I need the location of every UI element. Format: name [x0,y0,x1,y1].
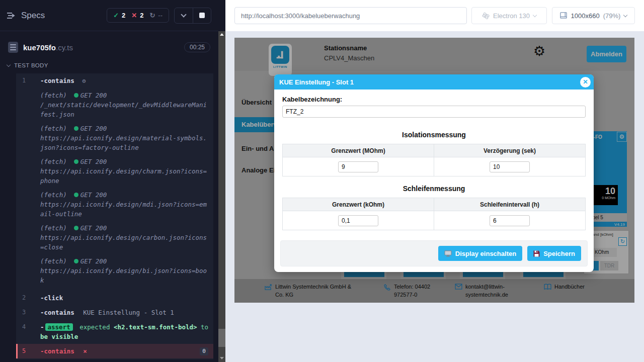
spec-duration-badge: 00:25 [184,42,210,52]
isolation-section-title: Isolationsmessung [282,131,586,139]
app-under-test: Stationsname CPLV4_Maschen ⚙ Abmelden LI… [234,38,634,303]
fetch-log[interactable]: (fetch)GET 200 https://api.iconify.desig… [40,190,208,219]
fetch-log[interactable]: (fetch)GET 200 https://api.iconify.desig… [40,223,208,252]
grenzwert-kohm-input[interactable] [338,215,378,226]
specs-title: Specs [21,11,45,21]
spec-file-icon [8,42,18,53]
assert-selector: <h2.text-sm.font-bold> [114,323,197,331]
reporter-scrollbar[interactable] [218,31,225,362]
fetch-prefix: (fetch) [40,92,67,99]
test-body-label: TEST BODY [14,62,48,68]
fetch-url: https://api.iconify.design/material-symb… [40,134,207,151]
spec-file-name: kue705fo [23,43,56,52]
spec-file-row[interactable]: kue705fo .cy.ts 00:25 [0,37,218,57]
gear-icon: ⚙ [82,77,86,84]
modal-header: KUE Einstellung - Slot 1 ✕ [274,74,594,89]
kue-settings-modal: KUE Einstellung - Slot 1 ✕ Kabelbezeichn… [274,74,594,272]
fetch-prefix: (fetch) [40,158,67,165]
stat-passed: ✓ 2 [113,12,125,19]
status-ok-dot [74,126,78,131]
viewport-zoom: (79%) [603,12,621,20]
assert-badge: assert [45,323,73,331]
electron-icon [482,12,490,20]
stat-pending: ↻ -- [149,12,163,19]
specs-menu-icon[interactable] [7,12,16,19]
fetch-prefix: (fetch) [40,257,67,265]
fetch-status: GET 200 [80,257,107,265]
cypress-reporter-panel: Specs ✓ 2 ✕ 2 ↻ -- kue705fo .cy.ts 00:25 [0,0,225,362]
display-on-button[interactable]: Display einschalten [438,246,522,261]
test-stats: ✓ 2 ✕ 2 ↻ -- [107,8,169,23]
chevron-down-icon [7,62,11,66]
x-icon: ✕ [131,12,137,19]
viewport-selector[interactable]: 1000x660 (79%) [552,7,635,24]
test-body-header[interactable]: TEST BODY [7,62,48,68]
fetch-status: GET 200 [80,191,107,199]
stat-failed: ✕ 2 [131,12,143,19]
modal-title: KUE Einstellung - Slot 1 [274,78,354,86]
assert-row[interactable]: 4 -assert expected <h2.text-sm.font-bold… [16,320,213,344]
fetch-prefix: (fetch) [40,191,67,199]
status-ok-dot [74,259,78,263]
failed-command-row[interactable]: 5 -contains × 0 [16,344,213,358]
fetch-status: GET 200 [80,224,107,232]
fetch-log[interactable]: (fetch)GET 200 https://api.iconify.desig… [40,256,208,285]
url-input[interactable] [234,7,467,24]
command-row[interactable]: 3 -contains KUE Einstellung - Slot 1 [16,305,213,320]
fail-x-icon: × [83,347,87,355]
command-argument: KUE Einstellung - Slot 1 [83,309,174,316]
assert-dash: - [40,323,44,331]
save-button[interactable]: Speichern [527,246,581,261]
stop-button[interactable] [193,8,211,23]
viewport-icon [560,12,568,19]
passed-count: 2 [122,12,125,19]
fetch-status: GET 200 [80,92,107,99]
command-number: 5 [16,346,40,356]
schleifen-table: Grenzwert (kOhm) Schleifenintervall (h) [282,198,586,230]
browser-name: Electron 130 [493,12,530,20]
scrollbar-thumb[interactable] [218,329,225,347]
failed-count: 2 [140,12,143,19]
spec-file-ext: .cy.ts [56,43,73,52]
schleifenintervall-h-input[interactable] [490,215,530,226]
scroll-up-arrow[interactable] [220,33,224,36]
command-row[interactable]: 1 -contains ⚙ [16,73,213,88]
browser-selector[interactable]: Electron 130 [471,7,547,24]
refresh-icon: ↻ [149,12,155,19]
stop-icon [199,13,205,18]
verzoegerung-sek-input[interactable] [490,161,530,172]
status-ok-dot [74,159,78,164]
isolation-table: Grenzwert (MOhm) Verzögerung (sek) [282,144,586,176]
status-ok-dot [74,93,78,98]
status-ok-dot [74,193,78,197]
command-name: -contains [40,77,74,84]
fetch-status: GET 200 [80,125,107,132]
scroll-down-arrow[interactable] [220,357,224,359]
fetch-log[interactable]: (fetch)GET 200 https://api.iconify.desig… [40,124,208,152]
runner-controls [174,8,211,24]
command-number: 3 [16,308,40,317]
command-row[interactable]: 2 -click [16,291,213,305]
fetch-prefix: (fetch) [40,125,67,132]
fetch-status: GET 200 [80,158,107,165]
chevron-down-icon [623,13,627,17]
fetch-log[interactable]: (fetch)GET 200 /_next/static/development… [40,90,208,119]
fetch-log[interactable]: (fetch)GET 200 https://api.iconify.desig… [40,157,208,186]
command-log: 1 -contains ⚙ (fetch)GET 200 /_next/stat… [16,73,213,359]
grenzwert-mohm-input[interactable] [338,161,378,172]
command-name: -contains [40,309,74,316]
save-floppy-icon [533,250,540,257]
fetch-url: https://api.iconify.design/bi.json?icons… [40,267,207,284]
col-schleifenintervall-h: Schleifenintervall (h) [434,198,586,211]
chevron-down-icon [533,13,537,17]
col-grenzwert-mohm: Grenzwert (MOhm) [283,144,434,157]
retry-count-badge: 0 [200,347,208,355]
cable-name-input[interactable] [282,106,586,118]
command-number: 2 [16,293,40,303]
fetch-url: https://api.iconify.design/mdi.json?icon… [40,201,207,218]
close-icon[interactable]: ✕ [580,77,591,87]
cable-name-label: Kabelbezeichnung: [282,96,586,103]
collapse-button[interactable] [175,8,193,23]
chevron-down-icon [181,12,186,17]
command-name: -click [40,294,63,302]
